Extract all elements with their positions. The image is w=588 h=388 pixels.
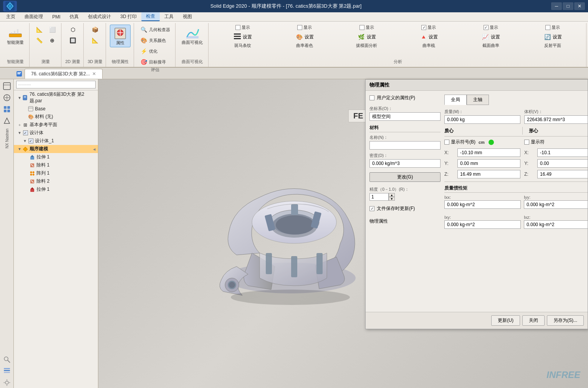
menu-tools[interactable]: 工具: [160, 13, 178, 21]
maximize-button[interactable]: □: [563, 2, 573, 10]
sidebar-icon-key[interactable]: [2, 354, 12, 365]
menu-3dprint[interactable]: 3D 打印: [116, 13, 141, 21]
ixz-input[interactable]: [524, 220, 588, 229]
menu-generative[interactable]: 创成式设计: [83, 13, 116, 21]
shape-symbol-checkbox[interactable]: [524, 140, 529, 145]
close-button[interactable]: ✕: [574, 2, 585, 10]
2d-btn1[interactable]: ⬡: [67, 25, 79, 35]
menu-view[interactable]: 视图: [178, 13, 197, 21]
ixy-input[interactable]: [444, 220, 521, 229]
menu-pmi[interactable]: PMI: [48, 13, 65, 20]
main-tab[interactable]: 76. catics第6届3D大赛 第2... ✕: [25, 69, 103, 79]
minimize-button[interactable]: ─: [551, 2, 562, 10]
measure-btn3[interactable]: ⬜: [46, 25, 58, 35]
comb-settings-btn[interactable]: 🔺 设置: [417, 32, 440, 42]
save-as-button[interactable]: 另存为(S)...: [547, 315, 584, 326]
tree-item-material[interactable]: 🎨 材料 (无): [14, 113, 98, 121]
update-material-btn[interactable]: 更改(G): [369, 172, 441, 182]
y-label: Y:: [444, 161, 456, 166]
comb-checkbox[interactable]: [421, 25, 426, 30]
cut2-label: 除料 2: [36, 178, 50, 185]
coord-select[interactable]: 模型空间: [369, 112, 441, 121]
section-curv-checkbox[interactable]: [484, 25, 489, 30]
sidebar-icon-layers[interactable]: [2, 366, 12, 376]
props-btn[interactable]: 属性: [110, 25, 131, 47]
optimize-btn[interactable]: ⚡ 优化: [138, 46, 172, 56]
centroid-y-input[interactable]: [457, 159, 520, 168]
surface-vis-btn[interactable]: 曲面可视化: [179, 25, 205, 47]
zebra-label: 显示: [242, 25, 250, 30]
target-search-btn[interactable]: 🎯 目标搜寻: [138, 57, 172, 67]
tab-global[interactable]: 全局: [444, 95, 467, 105]
search-field[interactable]: ···········: [16, 81, 96, 88]
iyy-input[interactable]: [524, 200, 588, 209]
2d-btn2[interactable]: 🔲: [67, 35, 79, 45]
volume-input[interactable]: [524, 115, 588, 124]
tree-item-base[interactable]: Base: [14, 105, 98, 113]
left-sidebar: NX Nastran: [0, 79, 14, 388]
menu-surface[interactable]: 曲面处理: [20, 13, 48, 21]
draft-checkbox[interactable]: [359, 25, 364, 30]
save-checkbox[interactable]: [369, 206, 374, 211]
update-u-button[interactable]: 更新(U): [491, 315, 520, 326]
name-input[interactable]: [369, 141, 441, 150]
sidebar-icon-4[interactable]: [2, 115, 12, 126]
sidebar-icon-1[interactable]: [2, 81, 12, 92]
svg-rect-12: [186, 36, 199, 38]
density-input[interactable]: [369, 159, 441, 168]
tree-item-file[interactable]: ▼ 76. catics第6届3D大赛 第2题.par: [14, 90, 98, 105]
cut1-label: 除料 1: [36, 162, 50, 168]
tab-close-icon[interactable]: ✕: [92, 71, 96, 77]
spinner-down[interactable]: ▼: [389, 197, 395, 201]
reflect-settings-btn[interactable]: 🔄 设置: [542, 32, 564, 42]
section-curv-settings-btn[interactable]: 📈 设置: [480, 32, 502, 42]
tree-item-extrude1[interactable]: 拉伸 1: [14, 153, 98, 161]
3d-btn1[interactable]: 📦: [89, 25, 101, 35]
shape-x-input[interactable]: [537, 148, 588, 157]
centroid-y-row: Y:: [444, 159, 520, 168]
zebra-checkbox[interactable]: [235, 25, 240, 30]
shape-y-input[interactable]: [537, 159, 588, 168]
user-defined-checkbox[interactable]: [369, 95, 374, 100]
shape-z-input[interactable]: [537, 170, 588, 178]
ixx-input[interactable]: [444, 200, 521, 209]
tree-item-sequential[interactable]: ▼ 顺序建模 ◄: [14, 145, 98, 153]
tree-item-ref-plane[interactable]: ＋ ⊞ 基本参考平面: [14, 121, 98, 129]
tree-item-design-body[interactable]: ▼ ✓ 设计体: [14, 129, 98, 137]
tree-item-design-body-1[interactable]: ▼ ✓ 设计体_1: [14, 137, 98, 145]
sidebar-icon-2[interactable]: [2, 92, 12, 103]
menu-sim[interactable]: 仿真: [65, 13, 83, 21]
density-label: 密度(D)：: [369, 153, 441, 158]
geo-check-btn[interactable]: 🔍 几何检查器: [138, 25, 172, 35]
title-bar: Solid Edge 2020 - 顺序建模零件 - [76. catics第6…: [0, 0, 588, 12]
draft-settings-btn[interactable]: 🌿 设置: [356, 32, 378, 42]
tree-item-cut2[interactable]: 除料 2: [14, 177, 98, 185]
sidebar-icon-3[interactable]: [2, 104, 12, 115]
tree-item-array1[interactable]: 阵列 1: [14, 169, 98, 177]
measure-btn2[interactable]: 📏: [33, 35, 45, 45]
3d-btn2[interactable]: 📐: [89, 35, 101, 45]
curvature-settings-btn[interactable]: 🎨 设置: [293, 32, 316, 42]
curvature-checkbox[interactable]: [297, 25, 302, 30]
smart-measure-button[interactable]: 智能测量: [5, 25, 26, 47]
measure-btn4[interactable]: ⊕: [46, 35, 58, 45]
tree-item-cut1[interactable]: 除料 1: [14, 161, 98, 169]
menu-home[interactable]: 主页: [2, 13, 20, 21]
mass-input[interactable]: [444, 115, 520, 124]
zebra-settings-btn[interactable]: 设置: [232, 32, 254, 42]
tab-principal-axis[interactable]: 主轴: [467, 95, 489, 105]
centroid-symbol-checkbox[interactable]: [444, 140, 449, 145]
centroid-x-input[interactable]: [457, 148, 520, 157]
accuracy-input[interactable]: [369, 193, 389, 201]
centroid-z-input[interactable]: [457, 170, 520, 178]
reflect-checkbox[interactable]: [545, 25, 550, 30]
svg-rect-27: [7, 110, 10, 112]
spinner-up[interactable]: ▲: [389, 193, 395, 197]
relation-color-btn[interactable]: 🎨 关系颜色: [138, 35, 172, 45]
sidebar-icon-settings[interactable]: [2, 377, 12, 388]
close-dialog-button[interactable]: 关闭: [522, 315, 545, 326]
menu-check[interactable]: 检查: [141, 12, 160, 21]
measure-btn1[interactable]: 📐: [33, 25, 45, 35]
sidebar-icon-5[interactable]: NX Nastran: [0, 127, 14, 150]
tree-item-extrude2[interactable]: 拉伸 1: [14, 185, 98, 193]
